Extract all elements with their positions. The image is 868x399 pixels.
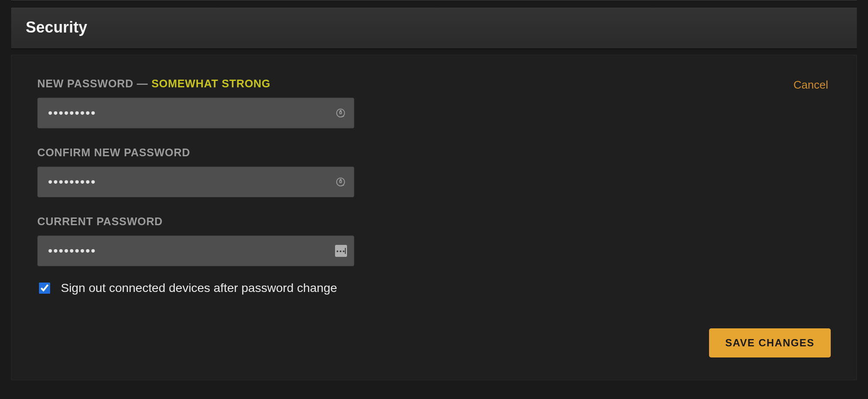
svg-rect-1	[340, 112, 341, 114]
password-strength: SOMEWHAT STRONG	[152, 77, 271, 90]
save-changes-button[interactable]: SAVE CHANGES	[709, 328, 831, 357]
signout-checkbox-label[interactable]: Sign out connected devices after passwor…	[61, 281, 337, 295]
section-title: Security	[26, 18, 842, 36]
signout-checkbox[interactable]	[39, 283, 50, 294]
section-header: Security	[11, 8, 857, 49]
keychain-icon[interactable]	[334, 176, 347, 188]
new-password-label: NEW PASSWORD — SOMEWHAT STRONG	[37, 77, 354, 90]
current-password-input[interactable]	[47, 235, 326, 266]
svg-rect-3	[340, 181, 341, 183]
keychain-icon[interactable]	[334, 107, 347, 119]
password-manager-icon[interactable]	[335, 245, 347, 257]
signout-checkbox-row: Sign out connected devices after passwor…	[37, 281, 354, 295]
security-panel: NEW PASSWORD — SOMEWHAT STRONG	[11, 55, 857, 380]
new-password-field: NEW PASSWORD — SOMEWHAT STRONG	[37, 77, 354, 128]
fields-column: NEW PASSWORD — SOMEWHAT STRONG	[37, 77, 354, 295]
new-password-label-text: NEW PASSWORD	[37, 77, 133, 90]
current-password-field: CURRENT PASSWORD	[37, 215, 354, 266]
current-password-label: CURRENT PASSWORD	[37, 215, 354, 228]
cancel-link[interactable]: Cancel	[793, 78, 828, 92]
label-separator: —	[133, 77, 151, 90]
confirm-password-input-wrap[interactable]	[37, 167, 354, 197]
new-password-input[interactable]	[47, 98, 326, 128]
confirm-password-label: CONFIRM NEW PASSWORD	[37, 146, 354, 159]
confirm-password-input[interactable]	[47, 167, 326, 197]
confirm-password-field: CONFIRM NEW PASSWORD	[37, 146, 354, 197]
new-password-input-wrap[interactable]	[37, 98, 354, 128]
current-password-label-text: CURRENT PASSWORD	[37, 215, 163, 228]
current-password-input-wrap[interactable]	[37, 235, 354, 266]
spacer	[0, 2, 868, 8]
panel-top-row: NEW PASSWORD — SOMEWHAT STRONG	[37, 77, 831, 295]
confirm-password-label-text: CONFIRM NEW PASSWORD	[37, 146, 190, 159]
button-row: SAVE CHANGES	[37, 328, 831, 357]
